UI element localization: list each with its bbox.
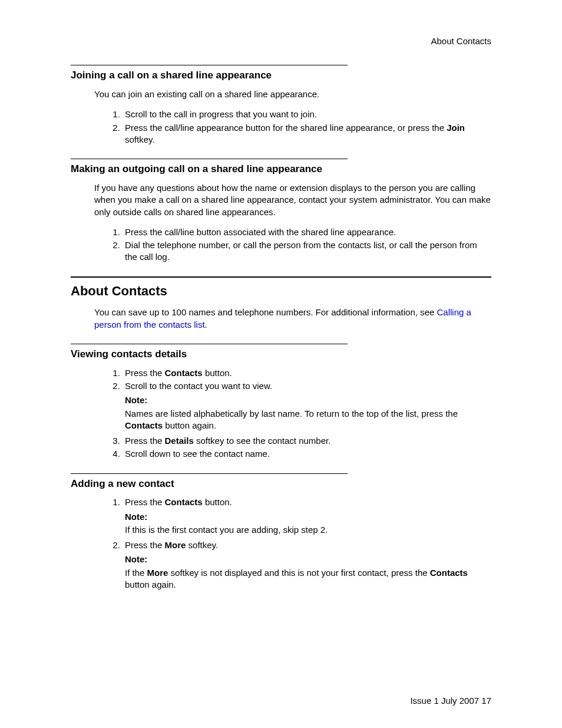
text: button. [203, 368, 232, 378]
step: Press the More softkey. Note: If the Mor… [123, 539, 491, 591]
text: button again. [125, 579, 176, 589]
text: button again. [163, 420, 216, 430]
section-joining: Joining a call on a shared line appearan… [71, 65, 491, 146]
section-viewing: Viewing contacts details Press the Conta… [71, 344, 491, 460]
text: Press the [125, 497, 165, 507]
section-rule [71, 159, 348, 159]
step: Scroll to the contact you want to view. … [123, 380, 491, 431]
bold-text: Contacts [165, 497, 203, 507]
text: softkey to see the contact number. [194, 436, 331, 446]
bold-text: Contacts [125, 420, 163, 430]
para-about: You can save up to 100 names and telepho… [94, 307, 491, 331]
note-body: If the More softkey is not displayed and… [125, 567, 491, 591]
steps-joining: Scroll to the call in progress that you … [106, 108, 491, 146]
para-making: If you have any questions about how the … [94, 182, 491, 218]
note-label: Note: [125, 554, 491, 565]
heading-adding: Adding a new contact [71, 477, 491, 491]
heading-about-contacts: About Contacts [71, 282, 491, 300]
bold-text: More [147, 568, 168, 578]
text: Names are listed alphabetically by last … [125, 409, 458, 419]
text: softkey is not displayed and this is not… [168, 568, 429, 578]
steps-viewing: Press the Contacts button. Scroll to the… [106, 367, 491, 460]
section-rule [71, 473, 348, 474]
step: Dial the telephone number, or call the p… [123, 239, 491, 263]
section-making: Making an outgoing call on a shared line… [71, 159, 491, 263]
bold-text: More [165, 540, 186, 550]
section-adding: Adding a new contact Press the Contacts … [71, 473, 491, 591]
text: . [205, 319, 207, 330]
note-body: If this is the first contact you are add… [125, 524, 491, 536]
step: Press the Details softkey to see the con… [123, 435, 491, 447]
text: Scroll to the contact you want to view. [125, 380, 491, 392]
section-rule [71, 344, 348, 344]
step: Press the Contacts button. [123, 367, 491, 379]
section-about-contacts: About Contacts You can save up to 100 na… [71, 276, 491, 331]
section-rule-major [71, 276, 491, 278]
bold-text: Contacts [430, 568, 468, 578]
section-rule [71, 65, 348, 65]
step: Press the call/line appearance button fo… [123, 122, 491, 146]
note-label: Note: [125, 511, 491, 523]
text: Press the call/line appearance button fo… [125, 123, 447, 133]
document-page: About Contacts Joining a call on a share… [0, 0, 562, 639]
text: Press the [125, 436, 165, 446]
page-footer: Issue 1 July 2007 17 [410, 695, 491, 707]
step: Press the Contacts button. Note: If this… [123, 496, 491, 536]
heading-joining: Joining a call on a shared line appearan… [71, 69, 491, 83]
step: Scroll to the call in progress that you … [123, 108, 491, 120]
text: Press the [125, 368, 165, 378]
steps-adding: Press the Contacts button. Note: If this… [106, 496, 491, 591]
text: Press the [125, 540, 165, 550]
text: button. [203, 497, 232, 507]
note-body: Names are listed alphabetically by last … [125, 408, 491, 432]
step: Scroll down to see the contact name. [123, 448, 491, 460]
para-joining: You can join an existing call on a share… [94, 88, 491, 100]
text: If the [125, 568, 147, 578]
text: softkey. [125, 134, 155, 144]
bold-text: Contacts [165, 368, 203, 378]
text: You can save up to 100 names and telepho… [94, 307, 437, 317]
bold-text: Join [447, 123, 465, 133]
heading-making: Making an outgoing call on a shared line… [71, 163, 491, 176]
heading-viewing: Viewing contacts details [71, 348, 491, 361]
step: Press the call/line button associated wi… [123, 226, 491, 238]
steps-making: Press the call/line button associated wi… [106, 226, 491, 263]
bold-text: Details [165, 436, 194, 446]
page-header-right: About Contacts [71, 35, 491, 47]
text: softkey. [186, 540, 218, 550]
note-label: Note: [125, 394, 491, 406]
